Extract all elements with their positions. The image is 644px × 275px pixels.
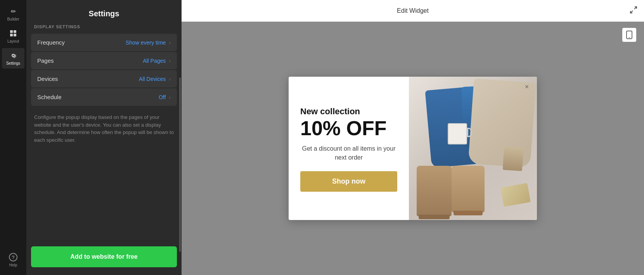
expand-button[interactable] xyxy=(629,5,638,16)
preview-area: × New collection 10% OFF Get a discount … xyxy=(182,22,644,275)
frequency-chevron-icon: › xyxy=(169,40,171,46)
layout-icon xyxy=(9,29,17,38)
frequency-value: Show every time xyxy=(126,40,166,46)
top-bar: Edit Widget xyxy=(182,0,644,22)
help-icon: ? xyxy=(9,253,17,261)
settings-panel: Settings DISPLAY SETTINGS Frequency Show… xyxy=(26,0,182,275)
sidebar-settings-label: Settings xyxy=(6,61,20,65)
devices-chevron-icon: › xyxy=(169,76,171,82)
popup-close-button[interactable]: × xyxy=(521,81,532,92)
panel-scrollbar[interactable] xyxy=(179,77,181,252)
popup-collection-title: New collection xyxy=(300,107,397,117)
boot-right-decoration xyxy=(452,166,485,212)
pages-row[interactable]: Pages All Pages › xyxy=(31,52,177,69)
package-decoration xyxy=(500,183,531,206)
sidebar-builder-label: Builder xyxy=(7,17,19,21)
devices-value: All Devices xyxy=(139,76,166,82)
popup-left-panel: New collection 10% OFF Get a discount on… xyxy=(289,77,409,220)
sidebar-item-layout[interactable]: Layout xyxy=(2,26,24,46)
add-to-website-button[interactable]: Add to website for free xyxy=(31,246,177,267)
shop-now-button[interactable]: Shop now xyxy=(300,171,397,192)
devices-label: Devices xyxy=(37,76,58,82)
svg-rect-2 xyxy=(10,34,13,36)
pages-chevron-icon: › xyxy=(169,58,171,64)
sidebar-item-builder[interactable]: ✏ Builder xyxy=(2,4,24,24)
icon-sidebar: ✏ Builder Layout Settings ? Help xyxy=(0,0,26,275)
schedule-label: Schedule xyxy=(37,94,62,100)
schedule-row[interactable]: Schedule Off › xyxy=(31,88,177,106)
pages-row-right: All Pages › xyxy=(143,58,171,64)
sidebar-item-help[interactable]: ? Help xyxy=(2,250,24,270)
settings-items-list: Frequency Show every time › Pages All Pa… xyxy=(26,34,182,106)
popup-description: Get a discount on all items in your next… xyxy=(300,144,397,162)
add-button-container: Add to website for free xyxy=(26,240,182,275)
sidebar-help-label: Help xyxy=(9,263,17,267)
devices-row[interactable]: Devices All Devices › xyxy=(31,70,177,88)
sidebar-layout-label: Layout xyxy=(7,39,19,43)
mobile-view-button[interactable] xyxy=(622,28,636,42)
frequency-label: Frequency xyxy=(37,39,65,46)
pages-value: All Pages xyxy=(143,58,166,64)
pages-label: Pages xyxy=(37,57,54,64)
settings-description: Configure the popup display based on the… xyxy=(26,106,182,144)
settings-icon xyxy=(9,51,17,60)
mug-decoration xyxy=(448,123,467,144)
display-settings-label: DISPLAY SETTINGS xyxy=(26,24,182,34)
sidebar-item-settings[interactable]: Settings xyxy=(2,48,24,69)
settings-title: Settings xyxy=(26,0,182,24)
boot-left-decoration xyxy=(417,166,452,216)
schedule-chevron-icon: › xyxy=(169,94,171,100)
svg-rect-1 xyxy=(14,30,16,33)
frequency-row[interactable]: Frequency Show every time › xyxy=(31,34,177,51)
page-title: Edit Widget xyxy=(397,7,429,14)
svg-rect-0 xyxy=(10,30,13,33)
schedule-row-right: Off › xyxy=(159,94,171,100)
svg-rect-3 xyxy=(14,34,16,36)
svg-point-7 xyxy=(629,37,630,38)
builder-icon: ✏ xyxy=(9,7,17,15)
clothing-background xyxy=(409,77,537,220)
main-area: Edit Widget × New collection 10% OFF xyxy=(182,0,644,275)
popup-image-area xyxy=(409,77,537,220)
devices-row-right: All Devices › xyxy=(139,76,171,82)
frequency-row-right: Show every time › xyxy=(126,40,171,46)
popup-discount-text: 10% OFF xyxy=(300,118,397,138)
schedule-value: Off xyxy=(159,94,166,100)
popup-widget: × New collection 10% OFF Get a discount … xyxy=(289,77,537,220)
